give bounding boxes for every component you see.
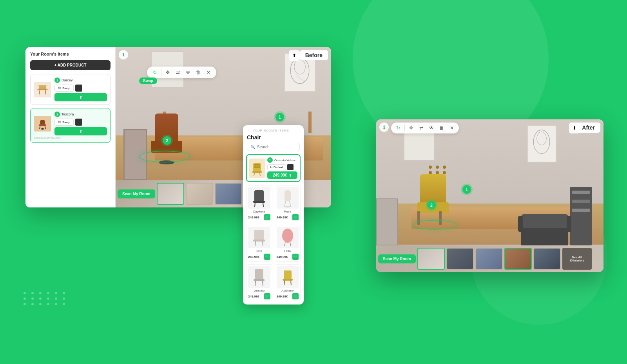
selected-product-info: 1 Oratorio Yellow ↻ Default 249.99€ ⬆ (267, 157, 297, 179)
after-toolbar-rotate[interactable]: ↻ (394, 124, 402, 132)
swap-button-darcey[interactable]: ↻ Swap (54, 85, 74, 92)
svg-line-12 (296, 74, 304, 82)
svg-line-7 (40, 126, 40, 129)
grid-product-capitone: Capitone 249.99€ 🛒 (246, 185, 272, 222)
svg-line-39 (285, 242, 285, 246)
svg-rect-26 (254, 190, 264, 202)
product-controls-darcey: 1 Darcey ↻ Swap ⬆ (54, 77, 107, 101)
product-name-darcey: Darcey (62, 78, 73, 82)
after-thumb-4[interactable] (504, 248, 532, 270)
svg-line-13 (295, 76, 304, 81)
product-num-2: 2 (54, 112, 60, 117)
grid-product-price-fairy: 249.99€ (277, 216, 288, 219)
svg-rect-27 (253, 201, 265, 203)
svg-line-44 (263, 281, 263, 286)
cart-button-apitherly[interactable]: 🛒 (292, 293, 299, 299)
info-button[interactable]: ℹ (119, 50, 128, 59)
svg-rect-30 (285, 190, 291, 201)
grid-product-price-nali: 249.99€ (248, 255, 259, 259)
add-product-button[interactable]: + ADD PRODUCT (30, 60, 111, 70)
grid-product-halo: Halo 249.99€ 🛒 (275, 225, 301, 262)
see-all-box[interactable]: See All 35 Interiors (562, 248, 592, 270)
svg-line-29 (263, 203, 263, 207)
share-icon-2: ⬆ (79, 129, 82, 133)
after-info-button[interactable]: ℹ (379, 123, 389, 132)
after-thumb-5[interactable] (533, 248, 561, 270)
toolbar-move-icon[interactable]: ✥ (164, 68, 172, 76)
grid-product-name-capitone: Capitone (248, 210, 270, 213)
svg-rect-0 (38, 85, 47, 86)
action-button-darcey[interactable]: ⬆ (54, 93, 107, 101)
panel-search-bar: 🔍 (247, 143, 300, 151)
selected-price-button[interactable]: 249.99€ ⬆ (267, 171, 297, 179)
thumbnail-1[interactable] (157, 183, 184, 205)
yellow-chair-buttons (429, 166, 448, 174)
search-icon: 🔍 (250, 145, 255, 149)
toolbar-divider-1 (161, 69, 161, 76)
after-toolbar-close[interactable]: ✕ (448, 124, 456, 132)
panel-content: 1 Oratorio Yellow ↻ Default 249.99€ ⬆ (243, 154, 304, 305)
yellow-chair-back (420, 174, 446, 204)
svg-rect-6 (39, 124, 46, 126)
sofa (521, 214, 568, 245)
after-toolbar-delete[interactable]: 🗑 (438, 124, 446, 132)
panel-header: ← YOUR ROOM'S ITEMS (243, 125, 304, 134)
selected-product-img (249, 159, 265, 178)
thumbnail-2[interactable] (186, 183, 213, 205)
item-toolbar: ↻ ✥ ⇄ 👁 🗑 ✕ (147, 67, 216, 78)
default-button[interactable]: ↻ Default (267, 164, 286, 170)
cart-button-jersimo[interactable]: 🛒 (264, 293, 270, 299)
svg-line-4 (45, 90, 46, 94)
cart-button-capitone[interactable]: 🛒 (264, 214, 270, 220)
after-chair-glow (413, 220, 457, 230)
grid-product-price-capitone: 249.99€ (248, 216, 259, 219)
back-arrow[interactable]: ← (247, 128, 251, 133)
action-button-tescora[interactable]: ⬆ (54, 127, 107, 135)
panel-title: Chair (243, 134, 304, 143)
svg-point-33 (285, 206, 291, 207)
product-panel: ← YOUR ROOM'S ITEMS Chair 🔍 (243, 125, 304, 305)
share-button[interactable]: ⬆ (289, 50, 300, 61)
svg-line-36 (255, 241, 256, 246)
color-button-tescora[interactable] (75, 119, 82, 126)
svg-rect-45 (284, 270, 292, 280)
svg-line-31 (285, 201, 286, 207)
after-label: After (576, 123, 600, 133)
selected-product-num: 1 (267, 157, 273, 163)
swap-icon-default: ↻ (270, 166, 273, 169)
after-share-icon: ⬆ (573, 125, 576, 131)
after-toolbar-swap[interactable]: ⇄ (417, 124, 425, 132)
after-toolbar-view[interactable]: 👁 (428, 124, 435, 132)
cart-button-halo[interactable]: 🛒 (292, 254, 299, 260)
after-toolbar-move[interactable]: ✥ (407, 124, 415, 132)
swap-icon-2: ↻ (58, 120, 61, 124)
search-input[interactable] (257, 145, 296, 149)
after-scan-room-button[interactable]: Scan My Room (378, 254, 416, 263)
selected-color-btn[interactable] (287, 164, 294, 170)
svg-line-25 (260, 173, 260, 176)
item-marker-2: 2 (163, 136, 171, 145)
toolbar-swap-icon[interactable]: ⇄ (174, 68, 182, 76)
svg-rect-2 (38, 88, 48, 90)
scan-room-button[interactable]: Scan My Room (118, 189, 155, 198)
swap-button-tescora[interactable]: ↻ Swap (54, 119, 74, 126)
after-thumb-2[interactable] (446, 248, 474, 270)
after-thumb-1[interactable] (417, 248, 445, 270)
toolbar-rotate-icon[interactable]: ↻ (151, 68, 159, 76)
toolbar-close-icon[interactable]: ✕ (205, 68, 212, 76)
after-item-marker-1: 1 (462, 185, 471, 194)
cart-button-nali[interactable]: 🛒 (264, 254, 270, 260)
color-button-darcey[interactable] (75, 85, 82, 92)
grid-product-img-jersimo (248, 266, 270, 288)
cart-button-fairy[interactable]: 🛒 (292, 214, 299, 220)
svg-line-8 (45, 126, 46, 129)
svg-rect-21 (256, 166, 258, 168)
share-icon-before: ⬆ (292, 53, 296, 58)
toolbar-view-icon[interactable]: 👁 (184, 68, 192, 76)
after-thumb-3[interactable] (475, 248, 503, 270)
thumbnail-3[interactable] (215, 183, 242, 205)
svg-rect-23 (252, 171, 262, 173)
toolbar-delete-icon[interactable]: 🗑 (194, 68, 202, 76)
bookshelf (570, 187, 592, 245)
grid-product-name-jersimo: Jersimo (248, 289, 270, 292)
